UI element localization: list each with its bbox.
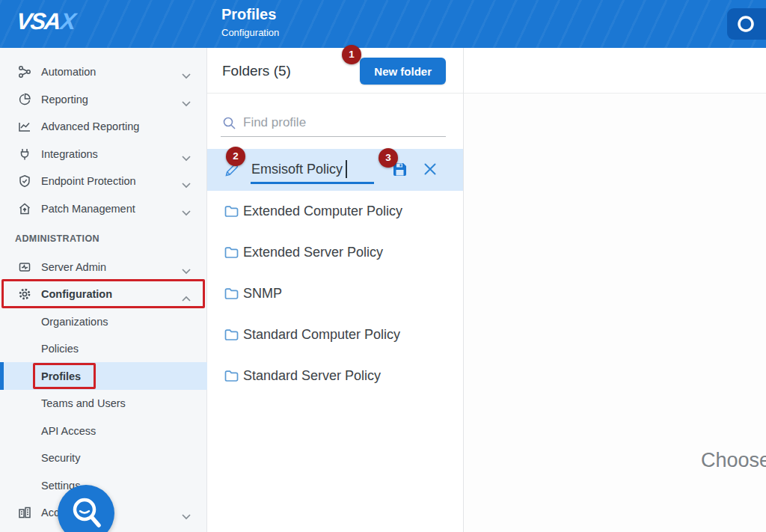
- folder-edit-row[interactable]: [207, 149, 463, 191]
- app-window: VSAX Profiles Configuration Automation R…: [0, 0, 766, 532]
- advanced-reporting-icon: [18, 120, 31, 133]
- sidebar-section-administration: ADMINISTRATION: [15, 233, 99, 244]
- sidebar-item-label: Configuration: [41, 288, 112, 300]
- sidebar-item-teams-and-users[interactable]: Teams and Users: [0, 389, 207, 417]
- annotation-badge-2: 2: [226, 147, 245, 166]
- sidebar-item-label: Patch Management: [41, 203, 135, 215]
- folder-name: SNMP: [243, 286, 282, 302]
- server-admin-icon: [18, 260, 31, 274]
- folder-row-standard-computer-policy[interactable]: Standard Computer Policy: [207, 314, 463, 355]
- folder-row-extended-computer-policy[interactable]: Extended Computer Policy: [207, 191, 463, 232]
- folder-name: Extended Computer Policy: [243, 204, 402, 219]
- logo-vsa-text: VSA: [15, 8, 61, 34]
- folder-icon: [224, 245, 239, 263]
- integrations-icon: [18, 147, 31, 161]
- sidebar-item-label: Integrations: [41, 148, 98, 160]
- folder-icon: [224, 204, 239, 222]
- sidebar-item-reporting[interactable]: Reporting: [0, 85, 207, 113]
- endpoint-protection-icon: [18, 174, 31, 188]
- sidebar-item-label: Server Admin: [41, 261, 106, 273]
- chevron-down-icon: [182, 151, 191, 165]
- chevron-down-icon: [182, 206, 191, 219]
- sidebar-item-label: Advanced Reporting: [41, 120, 139, 132]
- sidebar-nav: Automation Reporting Advanced Reporting …: [0, 48, 207, 532]
- sidebar-item-label: Reporting: [41, 94, 88, 106]
- input-underline: [251, 182, 374, 184]
- sidebar-item-organizations[interactable]: Organizations: [0, 308, 207, 335]
- folder-icon: [224, 286, 239, 305]
- sidebar-item-label: Organizations: [41, 316, 108, 328]
- folder-name-input[interactable]: [251, 159, 377, 180]
- sidebar-item-advanced-reporting[interactable]: Advanced Reporting: [0, 112, 207, 140]
- find-profile-input[interactable]: [243, 112, 423, 133]
- text-caret: [346, 160, 347, 178]
- sidebar-item-patch-management[interactable]: Patch Management: [0, 195, 207, 222]
- folder-icon: [224, 327, 239, 346]
- sidebar-item-endpoint-protection[interactable]: Endpoint Protection: [0, 167, 207, 195]
- vsax-logo[interactable]: VSAX: [15, 8, 76, 35]
- sidebar-item-integrations[interactable]: Integrations: [0, 140, 207, 168]
- annotation-badge-3: 3: [379, 148, 398, 168]
- patch-management-icon: [18, 202, 31, 215]
- sidebar-item-label: API Access: [41, 425, 96, 437]
- find-profile-search[interactable]: [221, 111, 446, 137]
- folder-name: Standard Computer Policy: [243, 327, 400, 343]
- folder-name: Standard Server Policy: [243, 368, 381, 384]
- sidebar-item-configuration[interactable]: Configuration: [0, 280, 207, 308]
- reporting-icon: [18, 93, 31, 106]
- page-breadcrumb: Configuration: [221, 25, 279, 40]
- new-folder-button[interactable]: New folder: [360, 58, 446, 85]
- sidebar-item-automation[interactable]: Automation: [0, 58, 207, 85]
- sidebar-item-server-admin[interactable]: Server Admin: [0, 253, 207, 281]
- configuration-gear-icon: [18, 287, 31, 301]
- annotation-badge-1: 1: [342, 45, 361, 64]
- chevron-down-icon: [182, 264, 191, 278]
- sidebar-item-policies[interactable]: Policies: [0, 334, 207, 362]
- folder-name: Extended Server Policy: [243, 245, 383, 260]
- folder-row-snmp[interactable]: SNMP: [207, 273, 463, 314]
- sidebar-item-label: Policies: [41, 343, 79, 355]
- chevron-down-icon: [182, 510, 191, 523]
- header-titles: Profiles Configuration: [221, 4, 279, 40]
- folder-row-extended-server-policy[interactable]: Extended Server Policy: [207, 232, 463, 273]
- detail-panel-header: [464, 48, 766, 94]
- empty-state-text: Choose: [701, 449, 766, 472]
- folders-panel-header: Folders (5) New folder: [207, 48, 463, 94]
- logo-x-text: X: [59, 8, 76, 34]
- sidebar-item-api-access[interactable]: API Access: [0, 417, 207, 444]
- folder-row-standard-server-policy[interactable]: Standard Server Policy: [207, 355, 463, 397]
- folder-icon: [224, 368, 239, 387]
- folders-panel: Folders (5) New folder Extended Computer…: [207, 48, 464, 532]
- sidebar-item-label: Automation: [41, 66, 96, 78]
- global-search-button[interactable]: [727, 8, 766, 40]
- chevron-down-icon: [182, 97, 191, 110]
- chevron-down-icon: [182, 69, 191, 82]
- cancel-edit-close-icon[interactable]: [423, 162, 438, 180]
- top-header-bar: VSAX Profiles Configuration: [0, 0, 766, 48]
- sidebar-item-label: Endpoint Protection: [41, 175, 136, 187]
- chevron-down-icon: [182, 178, 191, 192]
- chevron-up-icon: [182, 291, 191, 305]
- sidebar-item-profiles[interactable]: Profiles: [0, 362, 207, 390]
- sidebar-item-label: Profiles: [41, 370, 81, 382]
- detail-panel: Choose: [464, 48, 766, 532]
- sidebar-item-label: Teams and Users: [41, 397, 126, 409]
- automation-icon: [18, 65, 31, 79]
- accounting-icon: [18, 506, 31, 519]
- folders-count-title: Folders (5): [222, 48, 291, 94]
- sidebar-item-security[interactable]: Security: [0, 444, 207, 471]
- page-title: Profiles: [221, 4, 279, 24]
- sidebar-item-label: Security: [41, 452, 80, 464]
